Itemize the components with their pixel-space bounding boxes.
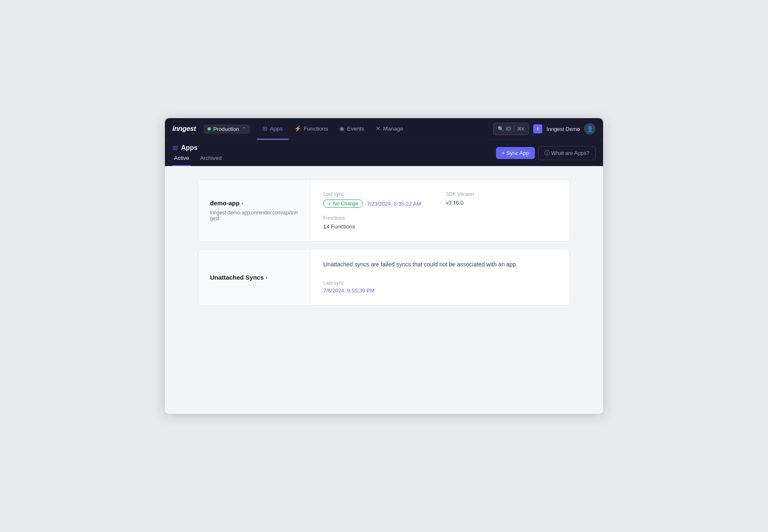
unattached-card-right: Unattached syncs are failed syncs that c… bbox=[310, 249, 570, 305]
user-badge: I bbox=[533, 124, 542, 133]
search-button[interactable]: 🔍 ID ⌘K bbox=[493, 123, 529, 135]
nav-item-events[interactable]: ◉ Events bbox=[334, 118, 370, 140]
unattached-chevron-icon: › bbox=[265, 274, 267, 280]
user-name: Inngest Demo bbox=[546, 126, 580, 132]
app-url: inngest-demo-app.onrender.com/api/innges… bbox=[210, 210, 298, 221]
unattached-description: Unattached syncs are failed syncs that c… bbox=[323, 261, 556, 268]
manage-nav-icon: ✕ bbox=[376, 125, 381, 132]
app-card-demo: demo-app › inngest-demo-app.onrender.com… bbox=[198, 179, 570, 242]
no-change-badge: ✓ No Change bbox=[323, 200, 363, 208]
apps-nav-icon: ⊞ bbox=[262, 125, 267, 132]
main-nav: ⊞ Apps ⚡ Functions ◉ Events ✕ Manage bbox=[257, 118, 493, 140]
app-name[interactable]: demo-app › bbox=[210, 200, 298, 207]
sync-status-text: No Change bbox=[333, 201, 358, 207]
events-nav-icon: ◉ bbox=[339, 125, 344, 132]
subheader-actions: + Sync App ⓘ What are Apps? bbox=[496, 146, 596, 164]
sync-status-row: ✓ No Change 7/23/2024, 5:35:22 AM bbox=[323, 200, 421, 208]
search-divider bbox=[514, 125, 514, 133]
env-label: Production bbox=[213, 126, 239, 132]
nav-label-functions: Functions bbox=[304, 126, 328, 132]
page-title-row: ⊞ Apps bbox=[172, 144, 231, 152]
what-are-apps-button[interactable]: ⓘ What are Apps? bbox=[538, 146, 596, 160]
last-sync-label: Last sync bbox=[323, 191, 421, 197]
last-sync-section: Last sync ✓ No Change 7/23/2024, 5:35:22… bbox=[323, 191, 421, 208]
app-name-chevron-icon: › bbox=[241, 200, 243, 206]
nav-item-apps[interactable]: ⊞ Apps bbox=[257, 118, 289, 140]
top-navigation: inngest Production ⌃ ⊞ Apps ⚡ Functions … bbox=[165, 118, 603, 140]
nav-label-events: Events bbox=[347, 126, 364, 132]
app-card-right: Last sync ✓ No Change 7/23/2024, 5:35:22… bbox=[310, 180, 570, 241]
apps-page-icon: ⊞ bbox=[172, 144, 178, 152]
sync-app-button[interactable]: + Sync App bbox=[496, 147, 535, 159]
nav-label-apps: Apps bbox=[270, 126, 283, 132]
sync-date: 7/23/2024, 5:35:22 AM bbox=[367, 201, 421, 207]
avatar[interactable]: 👤 bbox=[584, 123, 596, 135]
unattached-syncs-link[interactable]: Unattached Syncs › bbox=[210, 274, 298, 281]
functions-nav-icon: ⚡ bbox=[294, 125, 301, 132]
environment-selector[interactable]: Production ⌃ bbox=[203, 124, 250, 134]
sdk-version-label: SDK Version bbox=[446, 191, 474, 197]
search-icon: 🔍 bbox=[498, 126, 504, 132]
app-card-left: demo-app › inngest-demo-app.onrender.com… bbox=[198, 180, 310, 241]
app-card-unattached: Unattached Syncs › Unattached syncs are … bbox=[198, 249, 570, 306]
sdk-version-section: SDK Version v3.16.0 bbox=[446, 191, 474, 206]
tabs-row: Active Archived bbox=[172, 152, 231, 166]
app-meta-row: Last sync ✓ No Change 7/23/2024, 5:35:22… bbox=[323, 191, 556, 208]
page-title: Apps bbox=[181, 144, 198, 152]
check-icon: ✓ bbox=[328, 201, 332, 207]
nav-item-manage[interactable]: ✕ Manage bbox=[370, 118, 409, 140]
functions-count: 14 Functions bbox=[323, 223, 556, 230]
unattached-card-left: Unattached Syncs › bbox=[198, 249, 310, 305]
functions-section: Functions 14 Functions bbox=[323, 215, 556, 230]
keyboard-shortcut: ⌘K bbox=[517, 126, 525, 132]
nav-item-functions[interactable]: ⚡ Functions bbox=[289, 118, 334, 140]
unattached-last-sync-label: Last sync bbox=[323, 280, 556, 286]
nav-right: 🔍 ID ⌘K I Inngest Demo 👤 bbox=[493, 123, 596, 135]
main-content: demo-app › inngest-demo-app.onrender.com… bbox=[165, 166, 603, 414]
tab-active[interactable]: Active bbox=[172, 155, 191, 166]
sdk-version-value: v3.16.0 bbox=[446, 200, 474, 206]
nav-label-manage: Manage bbox=[383, 126, 403, 132]
chevron-down-icon: ⌃ bbox=[242, 126, 246, 132]
search-label: ID bbox=[506, 126, 511, 132]
functions-section-label: Functions bbox=[323, 215, 556, 221]
unattached-last-sync-date: 7/8/2024, 9:55:39 PM bbox=[323, 287, 556, 294]
unattached-last-sync: Last sync 7/8/2024, 9:55:39 PM bbox=[323, 280, 556, 294]
sub-header: ⊞ Apps Active Archived + Sync App ⓘ What… bbox=[165, 140, 603, 166]
env-status-dot bbox=[208, 127, 211, 131]
tab-archived[interactable]: Archived bbox=[198, 155, 224, 166]
logo: inngest bbox=[172, 125, 196, 133]
